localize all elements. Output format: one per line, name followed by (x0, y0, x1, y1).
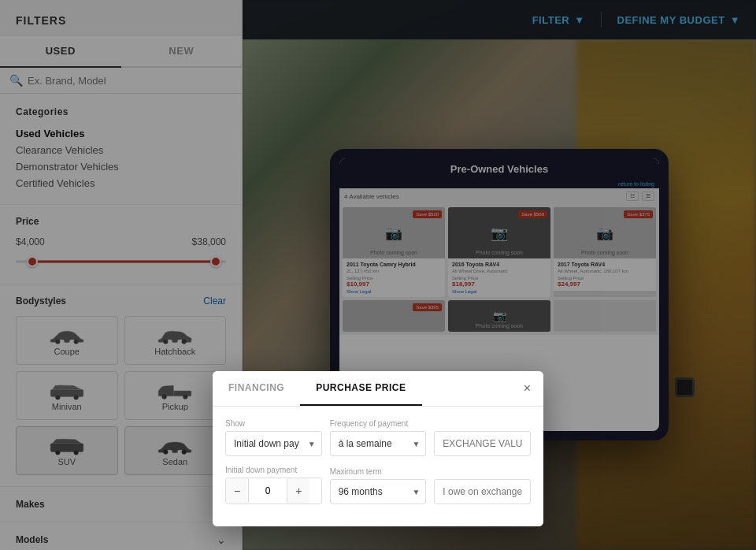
modal-close-button[interactable]: × (511, 373, 543, 403)
stepper-plus-button[interactable]: + (287, 478, 309, 504)
initial-down-amount-field: Initial down payment − + (225, 466, 322, 504)
frequency-label: Frequency of payment (330, 419, 427, 428)
modal-row-1: Show Initial down payment ▼ Frequency of… (225, 419, 531, 456)
owe-on-exchange-input[interactable] (434, 479, 531, 504)
modal-tabs: FINANCING PURCHASE PRICE (213, 371, 422, 406)
modal-body: Show Initial down payment ▼ Frequency of… (213, 407, 543, 526)
owe-on-exchange-field: x (434, 467, 531, 504)
frequency-select-wrapper: à la semaine ▼ (330, 431, 427, 456)
initial-down-select[interactable]: Initial down payment (225, 431, 322, 456)
max-term-select[interactable]: 96 months (330, 479, 427, 504)
initial-down-amount-label: Initial down payment (225, 466, 322, 474)
max-term-label: Maximum term (330, 467, 427, 476)
modal-box: FINANCING PURCHASE PRICE × Show Initial … (213, 371, 543, 526)
exchange-value-input[interactable] (434, 431, 531, 456)
modal-tab-purchase[interactable]: PURCHASE PRICE (300, 371, 421, 406)
show-field: Show Initial down payment ▼ (225, 419, 322, 456)
modal-overlay: FINANCING PURCHASE PRICE × Show Initial … (0, 0, 756, 550)
frequency-select[interactable]: à la semaine (330, 431, 427, 456)
max-term-field: Maximum term 96 months ▼ (330, 467, 427, 504)
max-term-select-wrapper: 96 months ▼ (330, 479, 427, 504)
modal-header: FINANCING PURCHASE PRICE × (213, 371, 543, 407)
initial-down-stepper: − + (225, 478, 322, 504)
stepper-input[interactable] (248, 479, 287, 503)
stepper-minus-button[interactable]: − (226, 478, 248, 504)
exchange-value-field: x (434, 419, 531, 456)
frequency-field: Frequency of payment à la semaine ▼ (330, 419, 427, 456)
initial-down-select-wrapper: Initial down payment ▼ (225, 431, 322, 456)
modal-row-2: Initial down payment − + Maximum term 96… (225, 466, 531, 504)
modal-tab-financing[interactable]: FINANCING (213, 371, 300, 406)
show-label: Show (225, 419, 322, 428)
